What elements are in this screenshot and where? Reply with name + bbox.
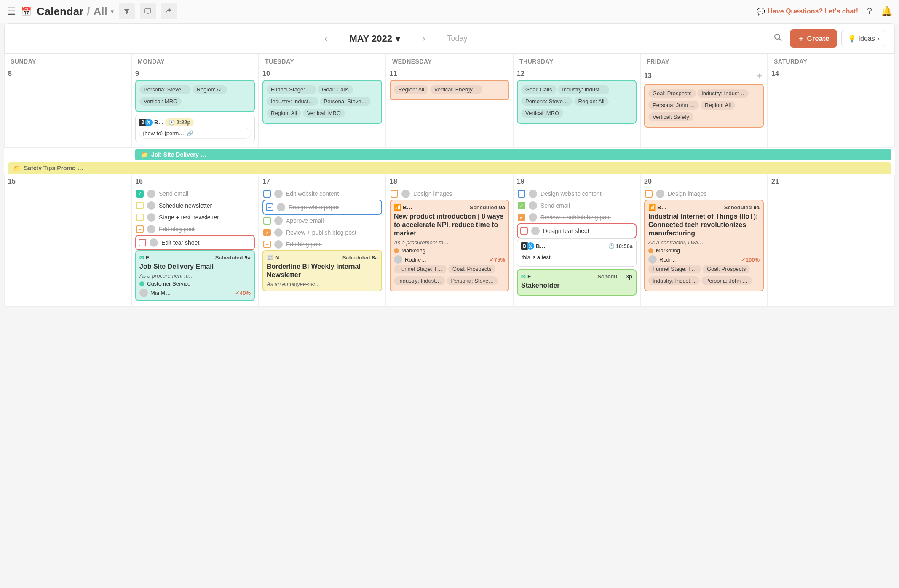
breadcrumb-filter[interactable]: All (94, 5, 107, 18)
day-number: 20 (644, 178, 652, 185)
day-cell[interactable]: 21 (768, 175, 895, 307)
task-row[interactable]: ✓Send email (517, 200, 637, 211)
day-cell[interactable]: 8 (4, 67, 131, 148)
day-cell[interactable]: 15 (4, 175, 131, 307)
day-cell[interactable]: 12 Goal: Calls Industry: Indust… Persona… (513, 67, 640, 148)
next-month-button[interactable]: › (417, 31, 430, 47)
campaign-span-safety[interactable]: 📁 Safety Tips Promo … (8, 162, 891, 174)
avatar (147, 201, 155, 210)
task-text: Edit tear sheet (161, 239, 252, 246)
task-row[interactable]: –Design images (644, 188, 764, 200)
task-row[interactable]: Design tear sheet (517, 223, 637, 238)
chat-link[interactable]: 💬 Have Questions? Let's chat! (757, 8, 858, 16)
today-button[interactable]: Today (447, 34, 467, 43)
task-row[interactable]: Schedule newsletter (135, 200, 255, 211)
day-cell[interactable]: 16 ✓Send email Schedule newsletter Stage… (131, 175, 259, 307)
task-text: Edit blog post (159, 226, 254, 233)
checkbox-icon[interactable] (136, 202, 144, 209)
checkbox-icon[interactable] (139, 239, 146, 246)
day-cell[interactable]: 13＋ Goal: Prospects Industry: Indust… Pe… (640, 67, 768, 148)
day-cell[interactable]: 17 –Edit website content –Design white p… (259, 175, 386, 307)
display-button[interactable] (140, 3, 156, 19)
avatar (656, 190, 664, 198)
search-button[interactable] (774, 33, 782, 44)
checkbox-icon[interactable]: – (645, 190, 653, 198)
task-row[interactable]: ✓Review + publish blog post (262, 227, 382, 238)
avatar (147, 213, 155, 222)
checkbox-icon[interactable] (520, 227, 528, 235)
checkbox-icon[interactable]: – (263, 241, 271, 248)
ideas-button[interactable]: 💡 Ideas › (841, 30, 886, 47)
task-row[interactable]: Stage + test newsletter (135, 211, 255, 223)
task-row[interactable]: Edit tear sheet (135, 235, 255, 250)
task-row[interactable]: –Design white paper (262, 200, 382, 215)
event-card[interactable]: 📶B…Scheduled9a Industrial Internet of Th… (644, 200, 764, 291)
day-cell[interactable]: 11 Region: All Vertical: Energy… (386, 67, 513, 148)
day-cell[interactable]: 9 Persona: Steve… Region: All Vertical: … (131, 67, 259, 148)
filter-button[interactable] (119, 3, 135, 19)
day-cell[interactable]: 18 –Design images 📶B…Scheduled9a New pro… (386, 175, 513, 307)
task-text: Send email (540, 202, 636, 209)
event-card[interactable]: ✉E…Schedul…3p Stakeholder (517, 269, 637, 296)
campaign-span-jobsite[interactable]: 📁 Job Site Delivery … (135, 149, 891, 160)
checkbox-icon[interactable]: ✓ (136, 190, 144, 198)
day-header-wed: WEDNESDAY (386, 54, 513, 67)
tag-pill: Vertical: Energy… (430, 85, 482, 94)
event-card[interactable]: Funnel Stage: … Goal: Calls Industry: In… (262, 80, 382, 124)
tag-pill: Industry: Indust… (648, 276, 700, 285)
checkbox-icon[interactable]: – (391, 190, 398, 198)
task-row[interactable]: –Approve email (262, 215, 382, 227)
day-number: 14 (771, 70, 779, 78)
chevron-down-icon[interactable]: ▾ (111, 8, 114, 15)
card-time: 3p (626, 273, 632, 280)
checkbox-icon[interactable] (136, 214, 144, 221)
avatar (147, 190, 155, 198)
checkbox-icon[interactable]: ✓ (518, 202, 525, 209)
folder-icon: 📁 (141, 151, 148, 158)
checkbox-icon[interactable]: ✓ (518, 214, 525, 221)
task-row[interactable]: –Design website content (517, 188, 637, 200)
add-icon[interactable]: ＋ (755, 70, 764, 81)
help-icon[interactable]: ？ (865, 5, 874, 18)
social-card[interactable]: B𝕏 B… 🕐2:22p {how-to} {perm… 🔗 (135, 115, 255, 142)
day-cell[interactable]: 14 (768, 67, 895, 148)
share-button[interactable] (161, 3, 177, 19)
event-card[interactable]: Region: All Vertical: Energy… (390, 80, 509, 100)
tag-pill: Funnel Stage: … (267, 85, 316, 94)
tag-pill: Goal: Calls (318, 85, 353, 94)
event-card[interactable]: Goal: Prospects Industry: Indust… Person… (644, 84, 764, 128)
folder-icon: 📁 (13, 165, 21, 171)
event-card[interactable]: Persona: Steve… Region: All Vertical: MR… (135, 80, 255, 112)
avatar (394, 255, 402, 264)
checkbox-icon[interactable]: – (263, 190, 271, 198)
month-selector[interactable]: MAY 2022 ▾ (350, 33, 401, 44)
task-row[interactable]: –Edit website content (262, 188, 382, 200)
event-card[interactable]: Goal: Calls Industry: Indust… Persona: S… (517, 80, 637, 124)
news-icon: 📰 (267, 254, 273, 261)
event-card[interactable]: 📰N…Scheduled8a Borderline Bi-Weekly Inte… (262, 250, 382, 291)
checkbox-icon[interactable]: – (266, 203, 273, 211)
task-row[interactable]: –Edit blog post (135, 223, 255, 235)
social-card[interactable]: B𝕏 B… 🕐10:56a this is a test. (517, 238, 637, 267)
task-row[interactable]: ✓Review + publish blog post (517, 211, 637, 223)
card-type: E… (146, 254, 155, 261)
card-time: 8a (372, 254, 378, 261)
task-row[interactable]: –Design images (390, 188, 509, 200)
checkbox-icon[interactable]: ✓ (263, 229, 271, 236)
checkbox-icon[interactable]: – (136, 225, 144, 233)
checkbox-icon[interactable]: – (263, 217, 271, 225)
task-row[interactable]: ✓Send email (135, 188, 255, 200)
card-type: B… (657, 204, 666, 211)
day-cell[interactable]: 10 Funnel Stage: … Goal: Calls Industry:… (259, 67, 386, 148)
create-button[interactable]: ＋ Create (790, 29, 837, 48)
prev-month-button[interactable]: ‹ (319, 31, 332, 47)
task-row[interactable]: –Edit blog post (262, 238, 382, 250)
day-cell[interactable]: 20 –Design images 📶B…Scheduled9a Industr… (640, 175, 768, 307)
menu-icon[interactable]: ☰ (7, 5, 16, 17)
notifications-icon[interactable]: 🔔 (881, 6, 892, 17)
event-card[interactable]: ✉E…Scheduled9a Job Site Delivery Email A… (135, 250, 255, 301)
checkbox-icon[interactable]: – (518, 190, 525, 198)
day-cell[interactable]: 19 –Design website content ✓Send email ✓… (513, 175, 640, 307)
task-text: Design images (668, 190, 763, 198)
event-card[interactable]: 📶B…Scheduled9a New product introduction … (390, 200, 509, 291)
